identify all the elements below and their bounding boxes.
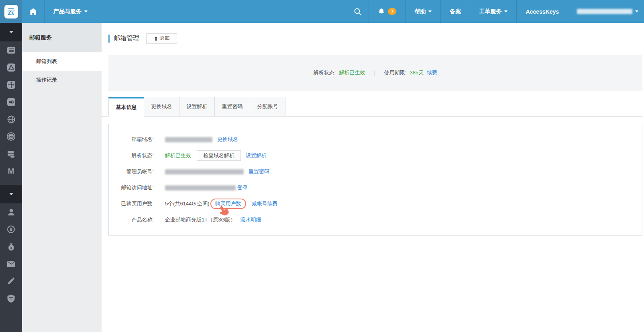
products-label: 产品与服务	[53, 8, 82, 15]
sidebar-item-messages[interactable]	[0, 255, 22, 273]
resolution-value: 解析已生效	[165, 152, 191, 159]
sidebar-item-funds[interactable]: ¥	[0, 238, 22, 255]
back-button[interactable]: 返回	[146, 33, 177, 44]
chevron-down-icon	[428, 10, 432, 12]
change-domain-link[interactable]: 更换域名	[217, 136, 238, 143]
webmail-url-label: 邮箱访问地址:	[109, 184, 154, 191]
top-nav: 云 产品与服务 7 帮助 备案 工单服务 Acces	[0, 0, 644, 23]
aliyun-logo[interactable]: 云	[0, 0, 22, 23]
sidebar-header-mail-service: 邮箱服务	[22, 23, 102, 52]
row-mail-domain: 邮箱域名: 更换域名	[109, 131, 642, 148]
tab-bar: 基本信息 更换域名 设置解析 重置密码 分配账号	[102, 97, 642, 117]
nav-icp-filing[interactable]: 备案	[441, 0, 470, 23]
product-name-label: 产品名称:	[109, 216, 154, 223]
reset-password-link[interactable]: 重置密码	[249, 168, 269, 175]
sidebar-item-maxcompute[interactable]: M	[0, 162, 22, 180]
sidebar-item-account[interactable]	[0, 203, 22, 221]
bag-yen-glyph: ¥	[10, 246, 12, 250]
cloud-logo-icon: 云	[4, 5, 18, 18]
chevron-down-icon	[9, 31, 13, 33]
home-icon	[29, 8, 37, 16]
tab-reset-password[interactable]: 重置密码	[214, 97, 250, 116]
logo-glyph: 云	[7, 6, 15, 17]
redacted-account-name	[577, 9, 632, 14]
user-icon	[7, 208, 16, 216]
tab-set-dns[interactable]: 设置解析	[179, 97, 215, 116]
page-header: 邮箱管理 返回	[108, 33, 644, 44]
money-bag-icon: ¥	[7, 242, 16, 251]
status-band: 解析状态: 解析已生效 | 使用期限: 385天 续费	[108, 55, 642, 91]
row-admin-account: 管理员帐号: 重置密码	[109, 164, 642, 180]
highlight-ring: 购买用户数	[210, 199, 246, 209]
sidebar-item-cdn[interactable]	[0, 93, 22, 111]
pencil-icon	[7, 277, 15, 285]
nav-help-menu[interactable]: 帮助	[406, 0, 440, 23]
yen-glyph: ¥	[10, 227, 12, 232]
bell-icon	[378, 8, 385, 15]
sidebar-collapse-group-top[interactable]	[0, 23, 22, 41]
nav-notifications[interactable]: 7	[369, 0, 405, 23]
set-dns-link[interactable]: 设置解析	[246, 152, 267, 159]
notification-count-badge: 7	[388, 8, 396, 15]
divider: |	[374, 70, 375, 76]
chevron-down-icon	[84, 10, 88, 12]
tab-basic-info[interactable]: 基本信息	[108, 97, 144, 117]
redacted-admin-account	[165, 169, 244, 174]
chevron-down-icon	[504, 10, 507, 12]
sidebar-item-security[interactable]	[0, 290, 22, 307]
resolution-status-value: 解析已生效	[339, 69, 365, 76]
redacted-domain-value	[165, 137, 212, 142]
cross-arrows-icon	[7, 80, 16, 89]
page-title: 邮箱管理	[114, 34, 139, 43]
sidebar-item-mailbox-list[interactable]: 邮箱列表	[22, 52, 102, 71]
sidebar-item-dns[interactable]: DNS	[0, 128, 22, 145]
title-accent-bar	[108, 35, 110, 43]
help-label: 帮助	[414, 8, 426, 15]
load-balancer-icon	[7, 63, 16, 72]
nav-tickets-menu[interactable]: 工单服务	[470, 0, 516, 23]
sidebar-item-feedback[interactable]	[0, 273, 22, 290]
check-dns-button[interactable]: 检查域名解析	[197, 150, 241, 161]
service-sidebar: 邮箱服务 邮箱列表 操作记录	[22, 23, 102, 332]
megaphone-icon	[7, 98, 16, 107]
tickets-label: 工单服务	[479, 8, 501, 15]
redacted-webmail-url	[165, 185, 236, 191]
admin-account-label: 管理员帐号:	[109, 168, 154, 175]
nav-home[interactable]	[22, 0, 44, 23]
renew-link[interactable]: 续费	[427, 69, 437, 76]
shield-icon	[7, 294, 15, 303]
envelope-icon	[7, 260, 16, 268]
nav-spacer	[96, 0, 347, 23]
row-product-name: 产品名称: 企业邮箱商务版1T（原3G版） 流水明细	[109, 212, 642, 228]
purchased-users-label: 已购买用户数:	[109, 200, 154, 207]
usage-period-value: 385天	[410, 69, 424, 76]
back-button-label: 返回	[160, 35, 170, 42]
reduce-account-renew-link[interactable]: 减帐号续费	[252, 200, 278, 207]
sidebar-item-ecs[interactable]	[0, 41, 22, 59]
nav-account-menu[interactable]	[568, 0, 644, 23]
sidebar-collapse-group-bottom[interactable]	[0, 185, 22, 203]
dns-glyph: DNS	[8, 135, 14, 138]
nav-products-menu[interactable]: 产品与服务	[45, 0, 96, 23]
purchased-users-value: 5个(共6144G 空间)	[165, 200, 210, 207]
globe-icon	[7, 115, 16, 124]
server-list-icon	[7, 46, 16, 55]
login-link[interactable]: 登录	[237, 184, 248, 191]
nav-search[interactable]	[347, 0, 369, 23]
nav-accesskeys[interactable]: AccessKeys	[517, 0, 568, 23]
row-webmail-url: 邮箱访问地址: 登录	[109, 180, 642, 196]
sidebar-item-operation-log[interactable]: 操作记录	[22, 71, 102, 89]
chevron-down-icon	[635, 10, 638, 12]
sidebar-item-domains[interactable]	[0, 111, 22, 128]
billing-details-link[interactable]: 流水明细	[240, 216, 261, 223]
sidebar-item-slb[interactable]	[0, 59, 22, 76]
sidebar-item-billing[interactable]: ¥	[0, 221, 22, 238]
row-purchased-users: 已购买用户数: 5个(共6144G 空间) 购买用户数 减帐号续费	[109, 196, 642, 212]
resolution-status-label: 解析状态:	[314, 69, 336, 76]
sidebar-item-rds[interactable]	[0, 76, 22, 93]
sidebar-item-storage[interactable]	[0, 145, 22, 162]
tab-assign-accounts[interactable]: 分配账号	[250, 97, 285, 116]
storage-stack-icon	[6, 150, 16, 158]
resolution-label: 解析状态:	[109, 152, 154, 159]
tab-change-domain[interactable]: 更换域名	[144, 97, 179, 116]
